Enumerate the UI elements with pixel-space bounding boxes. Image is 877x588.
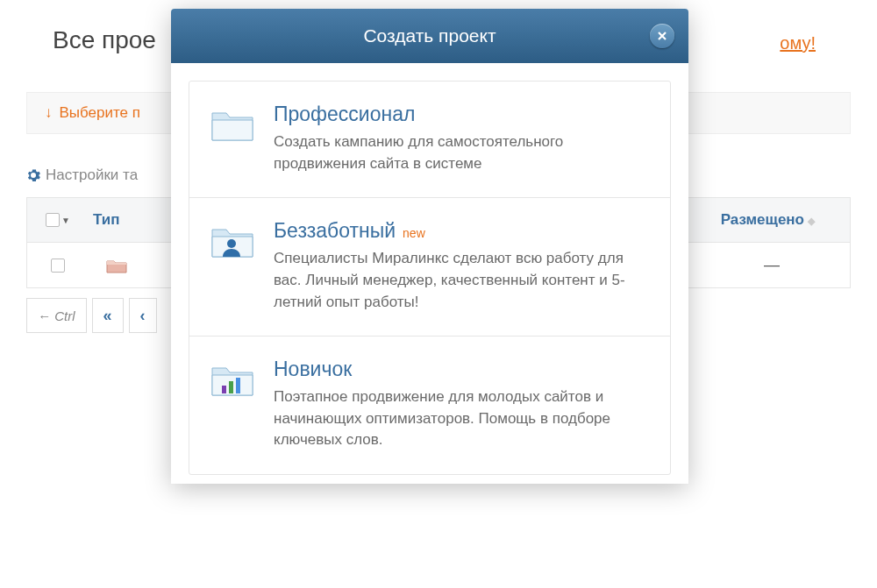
row-placed-value: — <box>764 256 850 274</box>
folder-person-icon <box>210 219 261 313</box>
sort-icon: ◆ <box>808 216 815 226</box>
pagination: ← Ctrl « ‹ <box>26 298 157 333</box>
filter-text: Выберите п <box>60 104 141 122</box>
close-icon <box>656 30 668 42</box>
chevron-down-icon: ▼ <box>61 216 70 225</box>
option-desc: Поэтапное продвижение для молодых сайтов… <box>274 386 645 451</box>
folder-plain-icon <box>210 103 261 174</box>
pager-first-button[interactable]: « <box>92 298 124 333</box>
column-placed[interactable]: Размещено◆ <box>721 211 850 229</box>
column-type[interactable]: Тип <box>89 211 119 229</box>
modal-header: Создать проект <box>171 9 688 63</box>
pager-prev-button[interactable]: ‹ <box>129 298 157 333</box>
gear-icon <box>26 168 40 182</box>
folder-chart-icon <box>210 358 261 451</box>
svg-rect-2 <box>229 381 233 393</box>
svg-point-0 <box>227 239 236 248</box>
row-checkbox[interactable] <box>27 259 89 273</box>
svg-rect-1 <box>222 386 226 393</box>
svg-rect-3 <box>236 378 240 393</box>
option-title: Беззаботный <box>274 219 396 243</box>
option-desc: Создать кампанию для самостоятельного пр… <box>274 131 645 174</box>
project-type-options: Профессионал Создать кампанию для самост… <box>189 81 671 475</box>
option-professional[interactable]: Профессионал Создать кампанию для самост… <box>189 81 670 198</box>
help-link[interactable]: ому! <box>780 33 816 53</box>
down-arrow-icon: ↓ <box>45 104 53 122</box>
create-project-modal: Создать проект Профессионал Создать камп… <box>171 9 688 484</box>
settings-label: Настройки та <box>46 166 138 184</box>
option-desc: Специалисты Миралинкс сделают всю работу… <box>274 248 645 313</box>
option-title: Новичок <box>274 358 352 381</box>
option-carefree[interactable]: Беззаботный new Специалисты Миралинкс сд… <box>189 198 670 337</box>
page-title: Все прое <box>53 26 156 54</box>
close-button[interactable] <box>650 24 674 48</box>
option-newbie[interactable]: Новичок Поэтапное продвижение для молоды… <box>189 337 670 474</box>
pager-ctrl-hint: ← Ctrl <box>26 298 87 333</box>
option-title: Профессионал <box>274 103 415 126</box>
select-all-checkbox[interactable]: ▼ <box>27 213 89 227</box>
table-settings-link[interactable]: Настройки та <box>26 166 138 184</box>
modal-title: Создать проект <box>363 25 496 46</box>
new-badge: new <box>403 226 425 240</box>
folder-icon <box>106 258 127 273</box>
